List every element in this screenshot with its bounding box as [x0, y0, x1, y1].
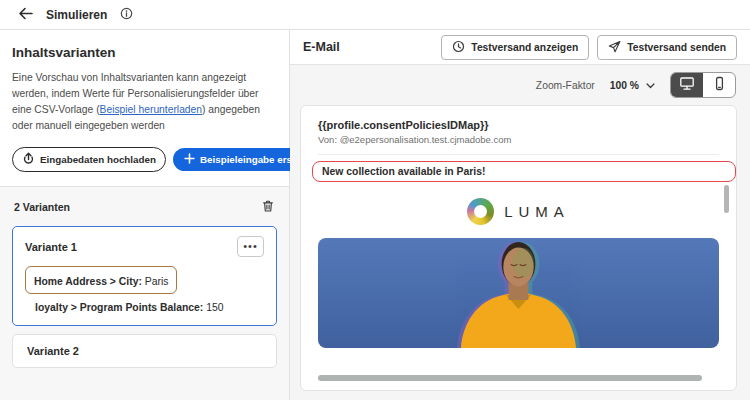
- field-city-value: Paris: [145, 276, 169, 287]
- chevron-down-icon: [646, 80, 655, 91]
- variant-1-field-loyalty: loyalty > Program Points Balance: 150: [35, 302, 264, 313]
- content-variants-panel: Inhaltsvarianten Eine Vorschau von Inhal…: [0, 30, 290, 400]
- variant-2-name: Variante 2: [27, 345, 79, 357]
- annotation-highlight-subject: New collection available in Paris!: [312, 161, 736, 182]
- email-preview-panel: E-Mail Testversand anzeigen Testversand …: [290, 30, 750, 400]
- trash-icon: [261, 199, 275, 216]
- delete-variant-button[interactable]: [261, 199, 275, 216]
- variant-1-more-button[interactable]: •••: [237, 236, 264, 257]
- phone-icon: [712, 76, 727, 95]
- variants-actions-row: Eingabedaten hochladen Beispieleingabe e…: [12, 147, 277, 172]
- device-toggle: [670, 72, 736, 98]
- variant-1-header: Variante 1 •••: [25, 236, 264, 257]
- send-test-send-button[interactable]: Testversand senden: [597, 35, 737, 60]
- variant-1-field-city: Home Address > City: Paris: [34, 276, 168, 287]
- email-subject-text: New collection available in Paris!: [322, 166, 485, 177]
- variant-card-1[interactable]: Variante 1 ••• Home Address > City: Pari…: [12, 226, 277, 326]
- horizontal-scrollbar[interactable]: [318, 375, 702, 381]
- field-city-label: Home Address > City:: [34, 276, 142, 287]
- variants-list-header: 2 Varianten: [14, 199, 275, 216]
- view-test-send-button[interactable]: Testversand anzeigen: [441, 35, 589, 60]
- monitor-icon: [679, 76, 695, 95]
- luma-logo-icon: [467, 198, 494, 225]
- plus-icon: [184, 153, 195, 166]
- email-header-divider: [318, 154, 719, 155]
- hero-image: [318, 238, 719, 348]
- variants-description: Eine Vorschau von Inhaltsvarianten kann …: [12, 70, 277, 134]
- back-arrow-icon: [18, 7, 33, 23]
- back-button[interactable]: [18, 7, 33, 23]
- annotation-highlight-city: Home Address > City: Paris: [25, 266, 177, 294]
- variants-intro-section: Inhaltsvarianten Eine Vorschau von Inhal…: [0, 30, 289, 186]
- panel-title: Inhaltsvarianten: [12, 45, 277, 60]
- page-title: Simulieren: [46, 8, 107, 22]
- upload-button-label: Eingabedaten hochladen: [40, 154, 156, 165]
- simulate-content-page: Simulieren Inhaltsvarianten Eine Vorscha…: [0, 0, 750, 400]
- send-test-send-label: Testversand senden: [627, 42, 726, 53]
- variant-card-2[interactable]: Variante 2: [12, 334, 277, 368]
- field-loyalty-value: 150: [206, 302, 223, 313]
- email-subject-field: {{profile.consentPoliciesIDMap}}: [318, 119, 719, 131]
- upload-input-data-button[interactable]: Eingabedaten hochladen: [12, 147, 166, 172]
- variants-count: 2 Varianten: [14, 201, 70, 213]
- main-area: Inhaltsvarianten Eine Vorschau von Inhal…: [0, 30, 750, 400]
- brand-header: LUMA: [318, 198, 719, 225]
- email-from-line: Von: @e2epersonalisation.test.cjmadobe.c…: [318, 134, 719, 145]
- test-send-buttons: Testversand anzeigen Testversand senden: [441, 35, 737, 60]
- mobile-view-button[interactable]: [703, 73, 735, 97]
- field-loyalty-label: loyalty > Program Points Balance:: [35, 302, 203, 313]
- email-panel-header: E-Mail Testversand anzeigen Testversand …: [290, 30, 750, 65]
- brand-name: LUMA: [504, 203, 570, 220]
- upload-icon: [22, 152, 35, 167]
- view-test-send-label: Testversand anzeigen: [471, 42, 578, 53]
- channel-title: E-Mail: [303, 40, 340, 54]
- zoom-factor-label: Zoom-Faktor: [536, 80, 595, 91]
- variant-1-name: Variante 1: [25, 236, 77, 253]
- email-preview-card: {{profile.consentPoliciesIDMap}} Von: @e…: [300, 105, 737, 391]
- preview-toolbar: Zoom-Faktor 100 %: [290, 65, 750, 105]
- clock-icon: [452, 40, 465, 55]
- variants-list-section: 2 Varianten Variante 1 ••• Home Address …: [0, 187, 289, 400]
- send-icon: [608, 40, 621, 55]
- email-header-section: {{profile.consentPoliciesIDMap}} Von: @e…: [301, 106, 736, 155]
- top-bar: Simulieren: [0, 0, 750, 30]
- info-icon[interactable]: [120, 6, 133, 24]
- zoom-factor-select[interactable]: 100 %: [610, 80, 655, 91]
- email-body-preview: LUMA: [301, 182, 736, 390]
- desktop-view-button[interactable]: [671, 73, 703, 97]
- vertical-scrollbar[interactable]: [724, 185, 729, 213]
- download-sample-link[interactable]: Beispiel herunterladen: [100, 104, 202, 115]
- zoom-factor-value: 100 %: [610, 80, 639, 91]
